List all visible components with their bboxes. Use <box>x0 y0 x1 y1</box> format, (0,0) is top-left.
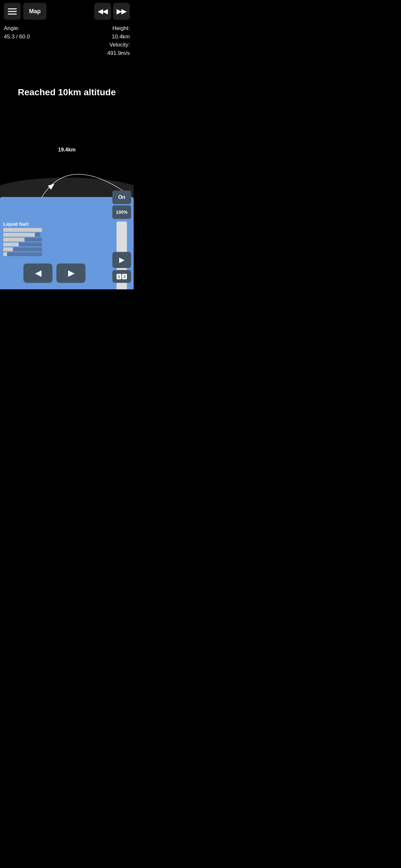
svg-marker-1 <box>48 182 56 190</box>
fuel-bar-2 <box>3 233 40 237</box>
altitude-label: 19.4km <box>58 147 75 153</box>
angle-info: Angle: 45.3 / 60.0 <box>4 24 30 41</box>
thrust-percent-button[interactable]: 100% <box>112 206 131 219</box>
velocity-value: 491.9m/s <box>107 49 130 58</box>
fuel-bar-6 <box>3 252 42 256</box>
top-bar: Map ◀◀ ▶▶ <box>0 0 134 23</box>
fuel-label: Liquid fuel: <box>3 221 42 227</box>
stage-1-label: 1 <box>117 274 121 279</box>
angle-label: Angle: <box>4 24 30 33</box>
fuel-bar-3 <box>3 238 42 242</box>
bottom-forward-button[interactable]: ▶ <box>57 264 86 283</box>
bottom-rewind-button[interactable]: ◀ <box>24 264 53 283</box>
rewind-button[interactable]: ◀◀ <box>94 3 111 20</box>
fuel-bar-1 <box>3 228 42 232</box>
fastforward-button[interactable]: ▶▶ <box>113 3 130 20</box>
play-button[interactable]: ▶ <box>112 252 131 268</box>
telemetry-right: Height: 10.4km Velocity: 491.9m/s <box>107 24 130 57</box>
height-value: 10.4km <box>107 33 130 41</box>
milestone-text: Reached 10km altitude <box>0 87 134 97</box>
height-label: Height: <box>107 24 130 33</box>
menu-button[interactable] <box>4 3 21 20</box>
velocity-label: Velocity: <box>107 41 130 49</box>
stages-button[interactable]: 1 2 <box>112 270 131 283</box>
bottom-nav: ◀ ▶ <box>24 264 86 283</box>
fuel-bar-4 <box>3 243 42 246</box>
fuel-bars-container: Liquid fuel: <box>3 221 42 257</box>
map-button[interactable]: Map <box>23 3 47 20</box>
engine-on-button[interactable]: On <box>112 190 131 204</box>
fuel-bar-5 <box>3 247 42 251</box>
angle-value: 45.3 / 60.0 <box>4 33 30 41</box>
stage-2-label: 2 <box>122 274 127 279</box>
right-bottom-controls: ▶ 1 2 <box>112 252 131 283</box>
